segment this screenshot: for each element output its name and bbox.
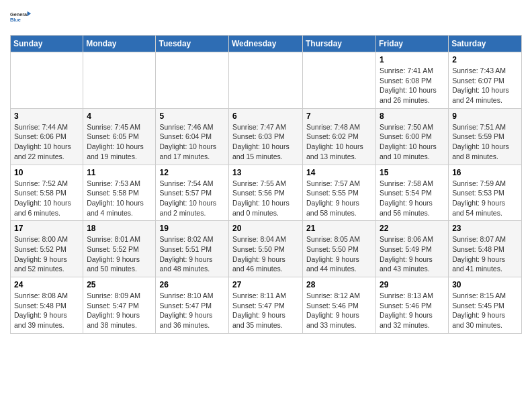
day-info: Sunrise: 7:57 AMSunset: 5:55 PMDaylight:… — [306, 179, 372, 218]
svg-marker-2 — [28, 11, 31, 16]
calendar-cell: 27Sunrise: 8:11 AMSunset: 5:47 PMDayligh… — [229, 277, 303, 334]
day-number: 12 — [159, 168, 225, 177]
calendar-cell: 9Sunrise: 7:51 AMSunset: 5:59 PMDaylight… — [449, 108, 522, 165]
day-number: 28 — [306, 280, 372, 289]
calendar-cell: 30Sunrise: 8:15 AMSunset: 5:45 PMDayligh… — [449, 277, 522, 334]
weekday-header-friday: Friday — [376, 36, 449, 52]
calendar-cell — [83, 52, 156, 109]
calendar-cell: 18Sunrise: 8:01 AMSunset: 5:52 PMDayligh… — [83, 221, 156, 277]
calendar-cell: 8Sunrise: 7:50 AMSunset: 6:00 PMDaylight… — [376, 108, 449, 165]
day-number: 10 — [14, 168, 79, 177]
calendar-cell: 11Sunrise: 7:53 AMSunset: 5:58 PMDayligh… — [83, 165, 156, 221]
day-number: 21 — [306, 224, 372, 233]
page-container: GeneralBlue SundayMondayTuesdayWednesday… — [0, 0, 532, 340]
calendar-cell: 19Sunrise: 8:02 AMSunset: 5:51 PMDayligh… — [156, 221, 229, 277]
calendar-table: SundayMondayTuesdayWednesdayThursdayFrid… — [10, 35, 522, 334]
day-info: Sunrise: 7:45 AMSunset: 6:05 PMDaylight:… — [87, 122, 152, 162]
day-number: 14 — [306, 168, 372, 177]
day-info: Sunrise: 8:13 AMSunset: 5:46 PMDaylight:… — [380, 291, 445, 330]
day-info: Sunrise: 7:58 AMSunset: 5:54 PMDaylight:… — [380, 179, 445, 218]
calendar-cell: 3Sunrise: 7:44 AMSunset: 6:06 PMDaylight… — [11, 108, 83, 165]
day-info: Sunrise: 8:05 AMSunset: 5:50 PMDaylight:… — [306, 234, 372, 274]
calendar-cell: 14Sunrise: 7:57 AMSunset: 5:55 PMDayligh… — [303, 165, 376, 221]
calendar-cell: 12Sunrise: 7:54 AMSunset: 5:57 PMDayligh… — [156, 165, 229, 221]
weekday-header-tuesday: Tuesday — [156, 36, 229, 52]
calendar-header-row: SundayMondayTuesdayWednesdayThursdayFrid… — [11, 36, 522, 52]
logo-icon: GeneralBlue — [10, 7, 32, 28]
day-info: Sunrise: 8:09 AMSunset: 5:47 PMDaylight:… — [87, 291, 152, 330]
calendar-cell: 16Sunrise: 7:59 AMSunset: 5:53 PMDayligh… — [449, 165, 522, 221]
weekday-header-saturday: Saturday — [449, 36, 522, 52]
calendar-cell: 22Sunrise: 8:06 AMSunset: 5:49 PMDayligh… — [376, 221, 449, 277]
day-number: 8 — [380, 111, 445, 121]
calendar-cell: 24Sunrise: 8:08 AMSunset: 5:48 PMDayligh… — [11, 277, 83, 334]
calendar-cell: 26Sunrise: 8:10 AMSunset: 5:47 PMDayligh… — [156, 277, 229, 334]
day-number: 4 — [87, 111, 152, 121]
calendar-cell: 17Sunrise: 8:00 AMSunset: 5:52 PMDayligh… — [11, 221, 83, 277]
calendar-cell: 7Sunrise: 7:48 AMSunset: 6:02 PMDaylight… — [303, 108, 376, 165]
day-info: Sunrise: 8:02 AMSunset: 5:51 PMDaylight:… — [159, 234, 225, 274]
day-info: Sunrise: 8:00 AMSunset: 5:52 PMDaylight:… — [14, 234, 79, 274]
calendar-cell: 4Sunrise: 7:45 AMSunset: 6:05 PMDaylight… — [83, 108, 156, 165]
weekday-header-sunday: Sunday — [11, 36, 83, 52]
day-number: 3 — [14, 111, 79, 121]
day-number: 19 — [159, 224, 225, 233]
calendar-cell: 29Sunrise: 8:13 AMSunset: 5:46 PMDayligh… — [376, 277, 449, 334]
day-info: Sunrise: 7:43 AMSunset: 6:07 PMDaylight:… — [452, 66, 518, 105]
day-number: 11 — [87, 168, 152, 177]
day-info: Sunrise: 7:55 AMSunset: 5:56 PMDaylight:… — [232, 179, 299, 218]
weekday-header-thursday: Thursday — [303, 36, 376, 52]
day-number: 26 — [159, 280, 225, 289]
day-info: Sunrise: 8:07 AMSunset: 5:48 PMDaylight:… — [452, 234, 518, 274]
calendar-week-2: 3Sunrise: 7:44 AMSunset: 6:06 PMDaylight… — [11, 108, 522, 165]
calendar-cell: 5Sunrise: 7:46 AMSunset: 6:04 PMDaylight… — [156, 108, 229, 165]
day-info: Sunrise: 7:51 AMSunset: 5:59 PMDaylight:… — [452, 122, 518, 162]
page-header: GeneralBlue — [10, 7, 522, 28]
calendar-cell — [303, 52, 376, 109]
day-info: Sunrise: 7:44 AMSunset: 6:06 PMDaylight:… — [14, 122, 79, 162]
day-info: Sunrise: 7:59 AMSunset: 5:53 PMDaylight:… — [452, 179, 518, 218]
day-number: 15 — [380, 168, 445, 177]
calendar-cell: 6Sunrise: 7:47 AMSunset: 6:03 PMDaylight… — [229, 108, 303, 165]
day-info: Sunrise: 7:46 AMSunset: 6:04 PMDaylight:… — [159, 122, 225, 162]
day-number: 16 — [452, 168, 518, 177]
day-number: 29 — [380, 280, 445, 289]
day-info: Sunrise: 8:06 AMSunset: 5:49 PMDaylight:… — [380, 234, 445, 274]
day-info: Sunrise: 8:11 AMSunset: 5:47 PMDaylight:… — [232, 291, 299, 330]
day-number: 20 — [232, 224, 299, 233]
calendar-cell: 10Sunrise: 7:52 AMSunset: 5:58 PMDayligh… — [11, 165, 83, 221]
calendar-cell: 20Sunrise: 8:04 AMSunset: 5:50 PMDayligh… — [229, 221, 303, 277]
calendar-week-5: 24Sunrise: 8:08 AMSunset: 5:48 PMDayligh… — [11, 277, 522, 334]
day-info: Sunrise: 7:53 AMSunset: 5:58 PMDaylight:… — [87, 179, 152, 218]
day-number: 30 — [452, 280, 518, 289]
calendar-cell: 21Sunrise: 8:05 AMSunset: 5:50 PMDayligh… — [303, 221, 376, 277]
day-number: 5 — [159, 111, 225, 121]
day-number: 25 — [87, 280, 152, 289]
svg-text:Blue: Blue — [10, 17, 21, 23]
day-number: 13 — [232, 168, 299, 177]
calendar-cell — [11, 52, 83, 109]
day-info: Sunrise: 8:01 AMSunset: 5:52 PMDaylight:… — [87, 234, 152, 274]
day-info: Sunrise: 8:12 AMSunset: 5:46 PMDaylight:… — [306, 291, 372, 330]
day-number: 23 — [452, 224, 518, 233]
weekday-header-wednesday: Wednesday — [229, 36, 303, 52]
day-number: 24 — [14, 280, 79, 289]
day-number: 7 — [306, 111, 372, 121]
day-number: 18 — [87, 224, 152, 233]
day-number: 6 — [232, 111, 299, 121]
day-info: Sunrise: 8:04 AMSunset: 5:50 PMDaylight:… — [232, 234, 299, 274]
day-info: Sunrise: 7:54 AMSunset: 5:57 PMDaylight:… — [159, 179, 225, 218]
calendar-cell: 13Sunrise: 7:55 AMSunset: 5:56 PMDayligh… — [229, 165, 303, 221]
day-number: 1 — [380, 55, 445, 64]
calendar-week-1: 1Sunrise: 7:41 AMSunset: 6:08 PMDaylight… — [11, 52, 522, 109]
logo: GeneralBlue — [10, 7, 32, 28]
calendar-cell: 28Sunrise: 8:12 AMSunset: 5:46 PMDayligh… — [303, 277, 376, 334]
day-info: Sunrise: 8:15 AMSunset: 5:45 PMDaylight:… — [452, 291, 518, 330]
day-number: 22 — [380, 224, 445, 233]
calendar-week-4: 17Sunrise: 8:00 AMSunset: 5:52 PMDayligh… — [11, 221, 522, 277]
day-info: Sunrise: 7:52 AMSunset: 5:58 PMDaylight:… — [14, 179, 79, 218]
day-number: 27 — [232, 280, 299, 289]
calendar-cell: 23Sunrise: 8:07 AMSunset: 5:48 PMDayligh… — [449, 221, 522, 277]
day-number: 17 — [14, 224, 79, 233]
calendar-cell: 15Sunrise: 7:58 AMSunset: 5:54 PMDayligh… — [376, 165, 449, 221]
